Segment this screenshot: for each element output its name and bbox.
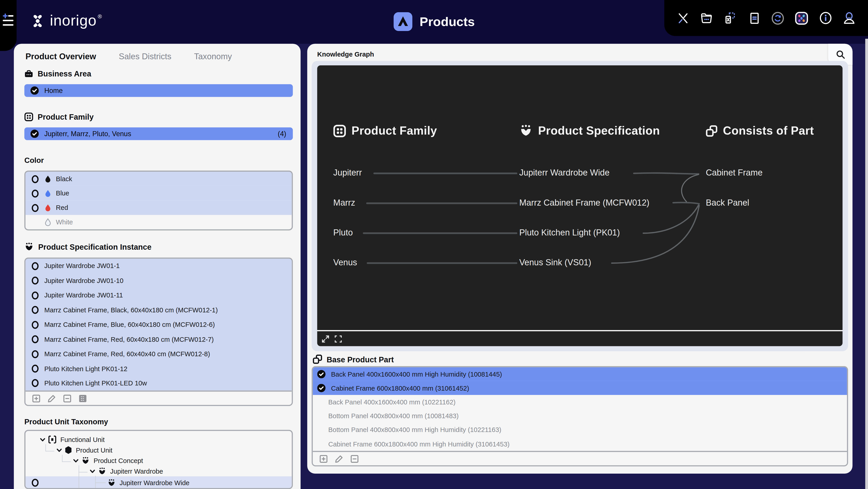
option-label: Blue [56, 190, 69, 197]
droplet-icon [44, 189, 52, 197]
remove-icon[interactable] [63, 394, 71, 403]
package-icon [519, 124, 532, 137]
add-icon[interactable] [319, 455, 328, 463]
graph-node-part[interactable]: Back Panel [706, 198, 749, 208]
graph-node-specification[interactable]: Marrz Cabinet Frame (MCFW012) [519, 198, 649, 208]
tree-node-functional-unit[interactable]: Functional Unit [40, 434, 105, 445]
business-area-selected-row[interactable]: Home [24, 84, 293, 97]
item-label: Pluto Kitchen Light PK01-LED 10w [44, 379, 147, 387]
brand-registered-mark: ® [98, 13, 102, 20]
node-label: Functional Unit [60, 436, 105, 443]
tab-product-overview[interactable]: Product Overview [26, 52, 96, 61]
list-item[interactable]: Jupiter Wardrobe JW01-1 [26, 259, 292, 274]
list-item[interactable]: Cabinet Frame 600x1800x400 mm High Humid… [313, 437, 847, 451]
knowledge-graph-title: Knowledge Graph [317, 51, 374, 58]
chevron-down-icon[interactable] [40, 437, 45, 442]
item-label: Marrz Cabinet Frame, Blue, 60x40x180 cm … [44, 321, 215, 328]
option-label: Red [56, 204, 68, 211]
item-label: Cabinet Frame 600x1800x400 mm (31061452) [331, 384, 469, 392]
item-label: Bottom Panel 400x800x400 mm High Humidit… [328, 426, 501, 434]
inorigo-x-icon[interactable] [675, 10, 691, 26]
search-icon [836, 50, 845, 59]
fullscreen-icon[interactable] [334, 335, 342, 342]
add-icon[interactable] [32, 394, 40, 403]
tree-node-jupiterr-wardrobe[interactable]: Jupiterr Wardrobe [90, 466, 163, 477]
check-circle-icon [317, 384, 326, 393]
base-product-part-header: Base Product Part [313, 354, 394, 364]
color-option-red[interactable]: Red [26, 201, 292, 215]
graph-node-family[interactable]: Venus [333, 258, 357, 267]
sync-icon[interactable] [770, 10, 786, 26]
tab-sales-districts[interactable]: Sales Districts [119, 52, 171, 61]
top-header: inorigo ® Products [0, 0, 868, 44]
base-product-part-toolbar [313, 451, 847, 465]
tree-node-jupiterr-wardrobe-wide[interactable]: Jupiterr Wardrobe Wide [107, 478, 189, 488]
graph-canvas[interactable]: Product Family Product Specification Con… [317, 65, 842, 330]
tab-taxonomy[interactable]: Taxonomy [194, 52, 232, 61]
radio-icon [31, 262, 39, 270]
list-item[interactable]: Back Panel 400x1600x400 mm High Humidity… [313, 367, 847, 381]
taxonomy-section-title: Product Unit Taxonomy [24, 418, 108, 426]
node-label: Product Concept [94, 457, 143, 464]
graph-node-family[interactable]: Marrz [333, 198, 355, 208]
table-icon[interactable] [79, 394, 87, 403]
list-item[interactable]: Pluto Kitchen Light PK01-LED 10w [26, 376, 292, 391]
list-item[interactable]: Bottom Panel 400x800x400 mm (10081483) [313, 409, 847, 423]
list-item[interactable]: Marrz Cabinet Frame, Black, 60x40x180 cm… [26, 303, 292, 317]
spec-instance-toolbar [26, 391, 292, 405]
tree-node-product-unit[interactable]: Product Unit [57, 445, 112, 456]
tree-connector [45, 444, 54, 452]
export-frame-icon[interactable] [722, 10, 739, 26]
info-icon[interactable] [817, 10, 834, 26]
chevron-down-icon[interactable] [57, 448, 62, 453]
item-label: Jupiter Wardrobe JW01-11 [44, 292, 123, 299]
notes-icon[interactable] [746, 10, 763, 26]
edit-icon[interactable] [335, 455, 343, 463]
radio-icon [31, 175, 39, 183]
color-option-blue[interactable]: Blue [26, 186, 292, 201]
list-item[interactable]: Bottom Panel 400x800x400 mm High Humidit… [313, 423, 847, 437]
node-label: Product Unit [76, 446, 113, 454]
user-icon[interactable] [841, 10, 857, 26]
edit-icon[interactable] [48, 394, 56, 403]
list-item[interactable]: Marrz Cabinet Frame, Red, 60x40x180 cm (… [26, 332, 292, 347]
apps-icon[interactable] [794, 10, 810, 26]
page-scrollbar[interactable] [865, 39, 868, 489]
item-label: Marrz Cabinet Frame, Black, 60x40x180 cm… [44, 306, 218, 314]
list-item[interactable]: Jupiter Wardrobe JW01-10 [26, 273, 292, 288]
check-circle-icon [31, 86, 39, 95]
column-title: Consists of Part [723, 124, 814, 138]
chevron-down-icon[interactable] [90, 468, 95, 474]
section-title: Base Product Part [327, 355, 394, 364]
graph-node-family[interactable]: Pluto [333, 228, 353, 238]
tree-connector [79, 472, 79, 489]
graph-node-specification[interactable]: Venus Sink (VS01) [519, 258, 591, 267]
list-item[interactable]: Cabinet Frame 600x1800x400 mm (31061452) [313, 381, 847, 395]
graph-node-specification[interactable]: Pluto Kitchen Light (PK01) [519, 228, 620, 238]
list-item[interactable]: Marrz Cabinet Frame, Blue, 60x40x180 cm … [26, 317, 292, 332]
color-option-white[interactable]: White [26, 215, 292, 229]
product-family-selected-row[interactable]: Jupiterr, Marrz, Pluto, Venus (4) [24, 127, 293, 140]
tree-node-product-concept[interactable]: Product Concept [73, 455, 143, 466]
graph-node-family[interactable]: Jupiterr [333, 168, 362, 178]
expand-icon[interactable] [322, 335, 329, 342]
chevron-down-icon[interactable] [73, 458, 79, 463]
list-item[interactable]: Jupiter Wardrobe JW01-11 [26, 288, 292, 303]
item-label: Jupiter Wardrobe JW01-1 [44, 262, 120, 270]
folder-icon[interactable] [699, 10, 715, 26]
check-circle-icon [31, 130, 39, 138]
color-option-black[interactable]: Black [26, 172, 292, 186]
item-label: Jupiter Wardrobe JW01-10 [44, 277, 123, 285]
graph-node-specification[interactable]: Jupiterr Wardrobe Wide [519, 168, 610, 178]
briefcase-icon [24, 69, 33, 78]
remove-icon[interactable] [350, 455, 359, 463]
list-item[interactable]: Marrz Cabinet Frame, Red, 60x40x40 cm (M… [26, 347, 292, 362]
list-item[interactable]: Pluto Kitchen Light PK01-12 [26, 361, 292, 376]
radio-icon [31, 335, 39, 344]
graph-node-part[interactable]: Cabinet Frame [706, 168, 763, 178]
color-listbox: Black Blue Red White [24, 171, 293, 230]
section-title: Product Specification Instance [38, 243, 151, 252]
sidebar-toggle-icon[interactable] [3, 13, 14, 29]
list-item[interactable]: Back Panel 400x1600x400 mm (10221162) [313, 395, 847, 409]
package-icon [98, 467, 106, 475]
